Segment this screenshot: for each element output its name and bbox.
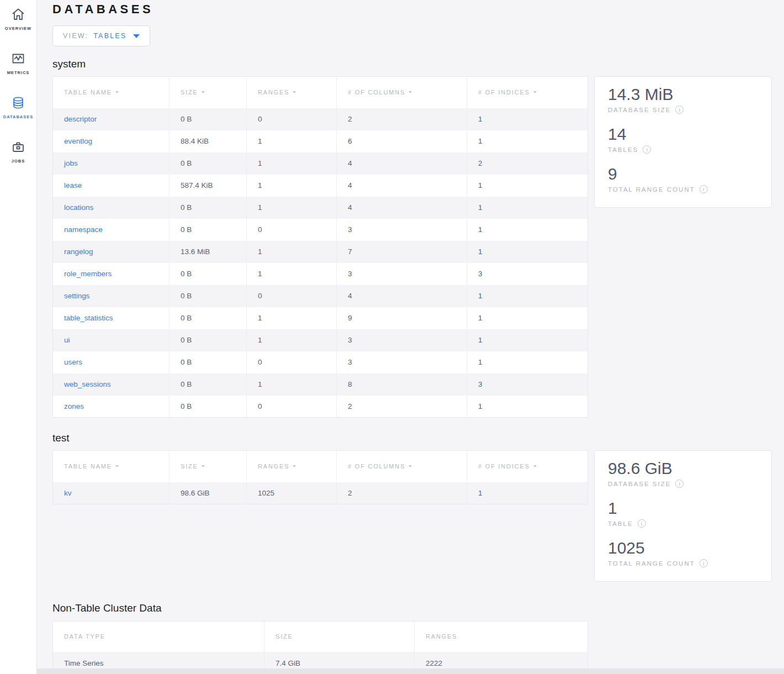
info-icon[interactable] [675,106,684,114]
database-icon [10,95,26,110]
stat-label: TOTAL RANGE COUNT [608,560,695,567]
column-header-size[interactable]: SIZE [169,451,247,482]
table-name-link[interactable]: role_members [64,270,112,278]
table-cell: 3 [337,219,467,241]
table-cell: 0 B [169,396,247,418]
table-row: jobs0 B142 [53,152,588,175]
sort-arrow-icon [115,91,119,93]
table-cell: 1 [467,482,588,504]
main-content: DATABASES VIEW: TABLES system TABLE NAME… [37,0,784,674]
database-name-heading: test [52,432,784,444]
table-cell: 3 [337,329,467,351]
table-name-link[interactable]: namespace [64,225,103,234]
table-name-link[interactable]: zones [64,402,84,410]
table-cell: 1 [247,175,337,197]
table-name-link[interactable]: web_sessions [64,380,111,388]
table-name-link[interactable]: ui [64,336,70,344]
briefcase-icon [10,139,26,155]
column-header-size[interactable]: SIZE [169,77,247,108]
table-name-link[interactable]: lease [64,181,82,189]
column-header-columns[interactable]: # OF COLUMNS [337,77,467,108]
table-cell: 2 [337,108,467,130]
table-name-link[interactable]: settings [64,292,90,300]
table-cell: 1 [247,307,337,329]
table-row: descriptor0 B021 [53,108,588,130]
table-cell: 1 [467,108,588,130]
stat-value: 1 [608,498,758,518]
stat-label: TOTAL RANGE COUNT [608,186,695,193]
database-summary-card: 14.3 MiB DATABASE SIZE 14 TABLES 9 TOTAL… [594,76,772,208]
table-cell: 4 [337,175,467,197]
column-header-indices[interactable]: # OF INDICES [467,451,588,482]
table-name-link[interactable]: table_statistics [64,314,113,322]
database-section-system: system TABLE NAME SIZE RANGES # OF COLUM… [52,58,784,418]
sidebar-item-metrics[interactable]: METRICS [0,51,36,83]
database-summary-card: 98.6 GiB DATABASE SIZE 1 TABLE 1025 TOTA… [594,450,772,582]
column-header-ranges[interactable]: RANGES [247,77,337,108]
info-icon[interactable] [675,480,684,488]
table-header-row: TABLE NAME SIZE RANGES # OF COLUMNS # OF… [53,451,588,482]
column-header-ranges[interactable]: RANGES [247,451,337,482]
info-icon[interactable] [700,185,708,193]
column-header-ranges: RANGES [415,622,588,652]
table-row: ui0 B131 [53,329,588,351]
table-row: namespace0 B031 [53,219,588,241]
table-cell: 1 [467,351,588,373]
chevron-down-icon [133,34,140,38]
column-header-columns[interactable]: # OF COLUMNS [337,451,467,482]
app-root: OVERVIEW METRICS DATABASES JO [0,0,784,674]
sidebar-item-label: DATABASES [3,114,34,119]
table-name-link[interactable]: descriptor [64,115,97,123]
table-row: rangelog13.6 MiB171 [53,241,588,263]
sort-arrow-icon [293,465,296,467]
table-cell: 0 [247,219,337,241]
info-icon[interactable] [700,559,708,567]
table-cell: 1 [467,197,588,219]
column-header-indices[interactable]: # OF INDICES [467,77,588,108]
stat-tables: 1 TABLE [608,498,758,528]
table-cell: 7 [337,241,467,263]
stat-value: 14.3 MiB [608,85,758,104]
table-cell: ui [53,329,169,351]
table-name-link[interactable]: rangelog [64,248,93,256]
column-header-data-type: DATA TYPE [53,622,264,652]
info-icon[interactable] [643,145,651,154]
table-row: zones0 B021 [53,396,588,418]
table-cell: lease [53,175,169,197]
sidebar-item-jobs[interactable]: JOBS [0,139,36,171]
non-table-data-table: DATA TYPE SIZE RANGES Time Series7.4 GiB… [52,621,588,674]
table-name-link[interactable]: jobs [64,159,78,167]
info-icon[interactable] [638,519,646,528]
column-header-table-name[interactable]: TABLE NAME [53,77,169,108]
table-row: lease587.4 KiB141 [53,175,588,197]
sidebar-item-overview[interactable]: OVERVIEW [0,7,36,39]
tables-table: TABLE NAME SIZE RANGES # OF COLUMNS # OF… [52,450,588,504]
table-name-link[interactable]: kv [64,489,72,497]
table-cell: 8 [337,373,467,396]
sort-arrow-icon [202,465,205,467]
table-cell: 3 [337,263,467,285]
stat-value: 14 [608,124,758,144]
table-cell: 2 [337,482,467,504]
table-cell: 1 [467,219,588,241]
table-name-link[interactable]: locations [64,203,93,212]
table-cell: 1 [467,329,588,351]
table-name-link[interactable]: users [64,358,82,366]
column-header-table-name[interactable]: TABLE NAME [53,451,169,482]
table-cell: 1 [467,307,588,329]
table-cell: 4 [337,197,467,219]
table-row: locations0 B141 [53,197,588,219]
stat-total-range-count: 9 TOTAL RANGE COUNT [608,164,758,193]
table-cell: 0 B [169,152,247,175]
stat-total-range-count: 1025 TOTAL RANGE COUNT [608,538,758,567]
sort-arrow-icon [409,91,412,93]
view-dropdown[interactable]: VIEW: TABLES [52,25,150,46]
sidebar-item-databases[interactable]: DATABASES [0,95,36,127]
table-cell: 4 [337,152,467,175]
table-name-link[interactable]: eventlog [64,137,92,145]
view-dropdown-value: TABLES [93,32,126,40]
stat-label: DATABASE SIZE [608,107,671,113]
view-dropdown-label: VIEW: [63,32,88,40]
table-cell: 0 B [169,329,247,351]
table-cell: table_statistics [53,307,169,329]
